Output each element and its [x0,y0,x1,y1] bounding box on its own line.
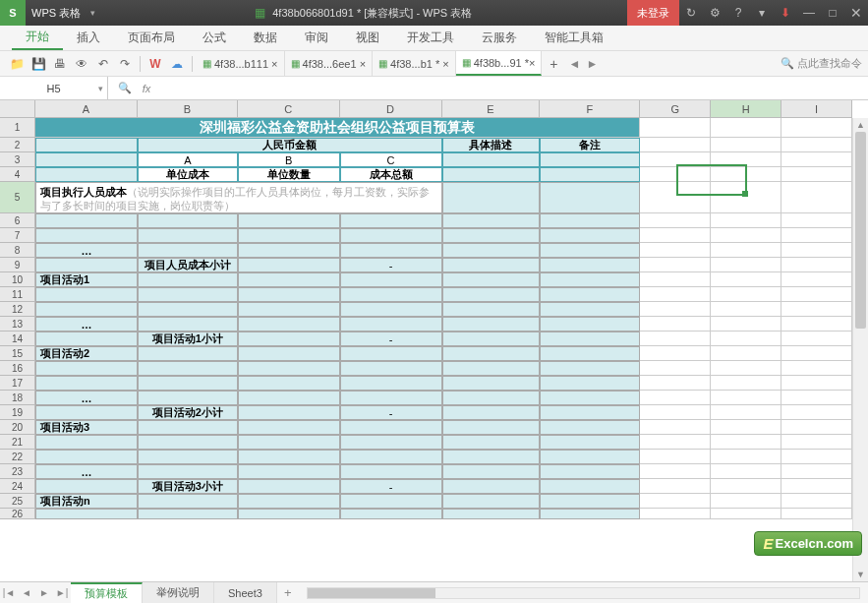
tab-next-icon[interactable]: ► [583,57,601,71]
row-header-22[interactable]: 22 [0,450,35,464]
table-cell[interactable] [781,346,852,361]
table-cell[interactable]: - [340,479,442,494]
table-cell[interactable] [781,272,852,287]
tab-insert[interactable]: 插入 [63,26,114,50]
table-cell[interactable] [35,376,138,391]
table-cell[interactable] [711,494,781,509]
table-cell[interactable] [138,435,238,450]
table-cell[interactable] [781,435,852,450]
row-header-21[interactable]: 21 [0,435,35,450]
file-tab-2[interactable]: ▦4f38...6ee1 × [285,51,374,76]
table-cell[interactable] [640,420,711,435]
table-cell[interactable] [640,376,711,391]
table-cell[interactable] [540,346,640,361]
sheet-tab-1[interactable]: 预算模板 [71,582,143,603]
table-cell[interactable] [442,213,541,228]
row-header-14[interactable]: 14 [0,332,35,346]
table-cell[interactable] [340,243,442,258]
table-cell[interactable] [138,494,238,509]
table-cell[interactable] [711,287,781,302]
refresh-icon[interactable]: ↻ [679,6,703,20]
col-header-B[interactable]: B [138,100,238,118]
table-cell[interactable] [138,346,238,361]
table-cell[interactable] [781,361,852,376]
row-header-8[interactable]: 8 [0,243,35,258]
table-cell[interactable] [781,509,852,519]
scroll-down-icon[interactable]: ▼ [853,568,868,581]
table-cell[interactable] [781,405,852,420]
tab-prev-icon[interactable]: ◄ [565,57,583,71]
table-cell[interactable]: 项目活动2 [35,346,138,361]
table-cell[interactable] [781,243,852,258]
table-cell[interactable] [640,258,711,272]
table-cell[interactable] [442,479,541,494]
table-cell[interactable] [781,287,852,302]
tab-smart[interactable]: 智能工具箱 [531,26,617,50]
col-header-I[interactable]: I [781,100,852,118]
table-cell[interactable] [138,464,238,479]
table-cell[interactable] [711,405,781,420]
table-cell[interactable] [340,317,442,332]
close-button[interactable]: ✕ [844,5,868,21]
table-cell[interactable] [138,420,238,435]
row-header-5[interactable]: 5 [0,182,35,213]
table-cell[interactable] [138,391,238,405]
minimize-button[interactable]: — [797,6,821,20]
table-cell[interactable] [138,317,238,332]
cells-area[interactable]: 深圳福彩公益金资助社会组织公益项目预算表 人民币金额 具体描述 备注 A B C [35,118,852,581]
table-cell[interactable] [640,509,711,519]
formula-search-icon[interactable]: 🔍 [114,82,136,94]
table-cell[interactable]: … [35,464,138,479]
row-header-1[interactable]: 1 [0,118,35,138]
col-header-A[interactable]: A [35,100,138,118]
tab-start[interactable]: 开始 [12,26,63,50]
table-cell[interactable] [781,317,852,332]
table-cell[interactable]: … [35,243,138,258]
app-dropdown-icon[interactable]: ▾ [87,8,99,18]
table-cell[interactable] [35,509,138,519]
table-cell[interactable] [711,376,781,391]
redo-icon[interactable]: ↷ [115,54,135,74]
table-cell[interactable] [138,450,238,464]
table-cell[interactable]: - [340,258,442,272]
table-cell[interactable] [238,509,340,519]
table-cell[interactable] [540,509,640,519]
table-cell[interactable] [442,376,541,391]
table-cell[interactable] [340,494,442,509]
row-header-9[interactable]: 9 [0,258,35,272]
table-cell[interactable]: - [340,405,442,420]
file-tab-4[interactable]: ▦4f38b...91 *× [456,51,543,76]
print-icon[interactable]: 🖶 [50,54,70,74]
tab-review[interactable]: 审阅 [291,26,342,50]
table-cell[interactable] [711,391,781,405]
table-cell[interactable]: … [35,317,138,332]
table-cell[interactable] [238,420,340,435]
table-cell[interactable] [138,376,238,391]
table-cell[interactable] [640,450,711,464]
table-cell[interactable]: … [35,391,138,405]
table-cell[interactable] [781,450,852,464]
row-header-23[interactable]: 23 [0,464,35,479]
cloud-icon[interactable]: ☁ [167,54,187,74]
table-cell[interactable] [35,479,138,494]
table-cell[interactable] [138,361,238,376]
table-cell[interactable] [640,346,711,361]
table-cell[interactable] [540,287,640,302]
table-cell[interactable] [711,509,781,519]
table-cell[interactable] [340,391,442,405]
sheet-tab-2[interactable]: 举例说明 [143,582,214,603]
table-cell[interactable] [540,332,640,346]
scroll-thumb[interactable] [855,132,866,329]
command-search[interactable]: 🔍 点此查找命令 [781,56,862,71]
table-cell[interactable] [781,302,852,317]
file-tab-1[interactable]: ▦4f38...b111 × [197,51,285,76]
table-cell[interactable] [238,464,340,479]
row-header-17[interactable]: 17 [0,376,35,391]
table-cell[interactable] [340,450,442,464]
table-cell[interactable] [781,420,852,435]
table-cell[interactable] [238,346,340,361]
vertical-scrollbar[interactable]: ▲ ▼ [852,118,868,581]
col-header-F[interactable]: F [540,100,640,118]
row-header-18[interactable]: 18 [0,391,35,405]
table-cell[interactable] [711,361,781,376]
